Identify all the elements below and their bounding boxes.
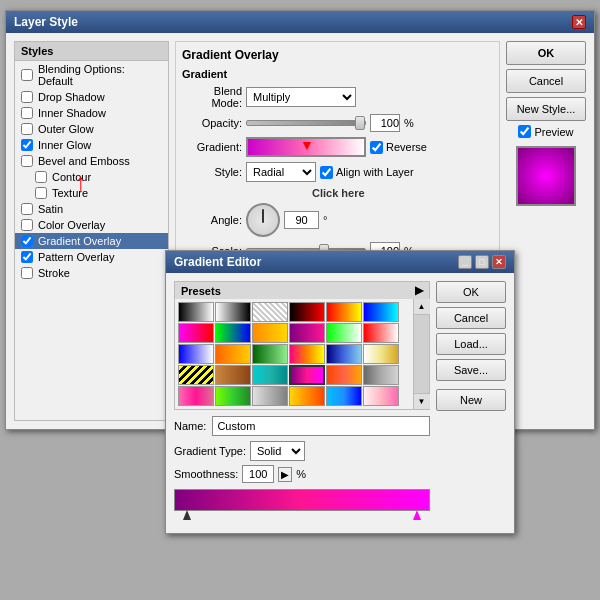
presets-label: Presets: [181, 285, 221, 297]
angle-dial[interactable]: [246, 203, 280, 237]
gradient-label: Gradient:: [182, 141, 242, 153]
smoothness-input[interactable]: [242, 465, 274, 483]
preset-item[interactable]: [326, 386, 362, 406]
preset-item[interactable]: [215, 344, 251, 364]
click-here-annotation-container: Click here: [182, 187, 493, 203]
preset-item[interactable]: [289, 386, 325, 406]
style-item-stroke[interactable]: Stroke: [15, 265, 168, 281]
maximize-button[interactable]: □: [475, 255, 489, 269]
preset-item[interactable]: [363, 302, 399, 322]
preset-item[interactable]: [178, 302, 214, 322]
preset-item[interactable]: [326, 323, 362, 343]
cancel-button[interactable]: Cancel: [506, 69, 586, 93]
gradient-arrow-annotation: ▼: [300, 137, 314, 153]
scroll-up-button[interactable]: ▲: [414, 299, 430, 315]
ge-save-button[interactable]: Save...: [436, 359, 506, 381]
gradient-preview-bar[interactable]: [174, 489, 430, 511]
style-item-texture[interactable]: Texture: [15, 185, 168, 201]
preset-item[interactable]: [178, 365, 214, 385]
preset-item[interactable]: [289, 344, 325, 364]
pattern-overlay-checkbox[interactable]: [21, 251, 33, 263]
bevel-emboss-checkbox[interactable]: [21, 155, 33, 167]
preview-checkbox[interactable]: [518, 125, 531, 138]
drop-shadow-checkbox[interactable]: [21, 91, 33, 103]
section-title: Gradient Overlay: [182, 48, 493, 62]
gradient-stop-right[interactable]: [413, 510, 421, 520]
gradient-bar[interactable]: ▼: [246, 137, 366, 157]
style-item-contour[interactable]: Contour: [15, 169, 168, 185]
preset-item[interactable]: [289, 302, 325, 322]
scroll-down-button[interactable]: ▼: [414, 393, 430, 409]
preset-item[interactable]: [252, 365, 288, 385]
titlebar-controls: _ □ ✕: [458, 255, 506, 269]
opacity-slider[interactable]: [246, 120, 366, 126]
style-item-color-overlay[interactable]: Color Overlay: [15, 217, 168, 233]
preset-item[interactable]: [363, 323, 399, 343]
new-style-button[interactable]: New Style...: [506, 97, 586, 121]
preset-item[interactable]: [289, 323, 325, 343]
blend-mode-label: Blend Mode:: [182, 85, 242, 109]
preset-item[interactable]: [252, 344, 288, 364]
preset-item[interactable]: [215, 323, 251, 343]
outer-glow-checkbox[interactable]: [21, 123, 33, 135]
preset-item[interactable]: [215, 365, 251, 385]
gradient-overlay-checkbox[interactable]: [21, 235, 33, 247]
preset-item[interactable]: [215, 386, 251, 406]
stroke-checkbox[interactable]: [21, 267, 33, 279]
preset-item[interactable]: [178, 323, 214, 343]
style-item-gradient-overlay[interactable]: Gradient Overlay: [15, 233, 168, 249]
preset-item[interactable]: [326, 302, 362, 322]
style-item-outer-glow[interactable]: Outer Glow: [15, 121, 168, 137]
outer-glow-label: Outer Glow: [38, 123, 94, 135]
preset-item[interactable]: [326, 365, 362, 385]
ge-load-button[interactable]: Load...: [436, 333, 506, 355]
angle-input[interactable]: [284, 211, 319, 229]
preset-item[interactable]: [363, 365, 399, 385]
drop-shadow-label: Drop Shadow: [38, 91, 105, 103]
style-item-drop-shadow[interactable]: Drop Shadow: [15, 89, 168, 105]
ge-ok-button[interactable]: OK: [436, 281, 506, 303]
preset-item[interactable]: [252, 323, 288, 343]
contour-checkbox[interactable]: [35, 171, 47, 183]
blend-mode-select[interactable]: Multiply Normal Screen Overlay: [246, 87, 356, 107]
style-item-inner-glow[interactable]: Inner Glow: [15, 137, 168, 153]
satin-checkbox[interactable]: [21, 203, 33, 215]
dialog-close-button[interactable]: ✕: [572, 15, 586, 29]
style-item-pattern-overlay[interactable]: Pattern Overlay: [15, 249, 168, 265]
gradient-type-select[interactable]: Solid Noise: [250, 441, 305, 461]
inner-glow-checkbox[interactable]: [21, 139, 33, 151]
ge-cancel-button[interactable]: Cancel: [436, 307, 506, 329]
gradient-editor-close-button[interactable]: ✕: [492, 255, 506, 269]
minimize-button[interactable]: _: [458, 255, 472, 269]
style-label: Style:: [182, 166, 242, 178]
preset-item[interactable]: [178, 344, 214, 364]
preset-item[interactable]: [178, 386, 214, 406]
style-item-bevel-emboss[interactable]: Bevel and Emboss: [15, 153, 168, 169]
preset-item[interactable]: [363, 386, 399, 406]
blending-checkbox[interactable]: [21, 69, 33, 81]
style-select[interactable]: Radial Linear Angle Reflected Diamond: [246, 162, 316, 182]
preset-item[interactable]: [326, 344, 362, 364]
presets-expand-icon[interactable]: ▶: [415, 284, 423, 297]
preset-item-selected[interactable]: [289, 365, 325, 385]
styles-panel-header: Styles: [15, 42, 168, 61]
preset-item[interactable]: [215, 302, 251, 322]
gradient-editor-title: Gradient Editor: [174, 255, 261, 269]
opacity-input[interactable]: [370, 114, 400, 132]
presets-scrollbar: ▲ ▼: [413, 299, 429, 409]
reverse-checkbox[interactable]: [370, 141, 383, 154]
style-item-inner-shadow[interactable]: Inner Shadow: [15, 105, 168, 121]
texture-checkbox[interactable]: [35, 187, 47, 199]
inner-shadow-checkbox[interactable]: [21, 107, 33, 119]
color-overlay-checkbox[interactable]: [21, 219, 33, 231]
style-item-blending[interactable]: Blending Options: Default: [15, 61, 168, 89]
preset-item[interactable]: [252, 386, 288, 406]
preset-item[interactable]: [252, 302, 288, 322]
ge-new-button[interactable]: New: [436, 389, 506, 411]
style-item-satin[interactable]: Satin: [15, 201, 168, 217]
align-layer-checkbox[interactable]: [320, 166, 333, 179]
preset-item[interactable]: [363, 344, 399, 364]
gradient-stop-left[interactable]: [183, 510, 191, 520]
ok-button[interactable]: OK: [506, 41, 586, 65]
name-input[interactable]: [212, 416, 430, 436]
